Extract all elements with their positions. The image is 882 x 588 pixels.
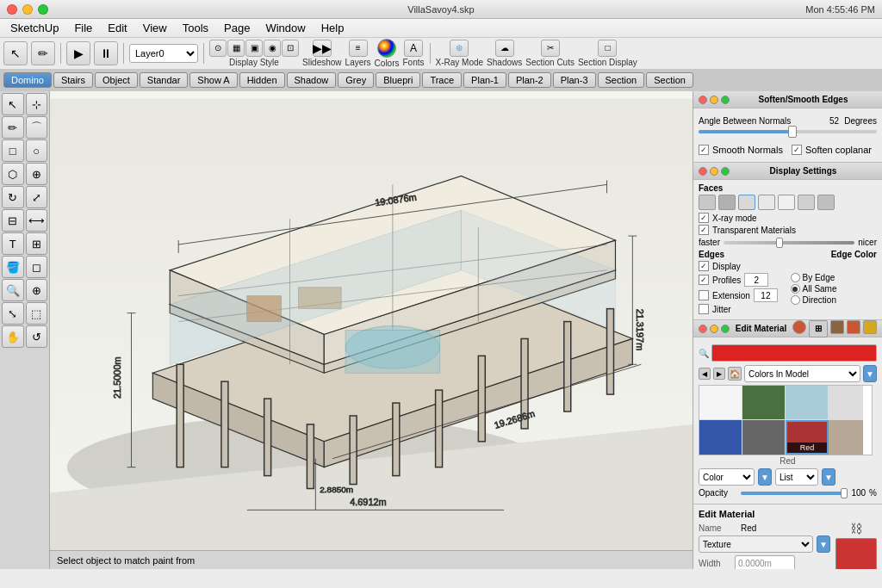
tab-bluepri[interactable]: Bluepri	[376, 72, 420, 88]
xray-checkbox[interactable]	[699, 213, 709, 223]
home-btn[interactable]: 🏠	[728, 367, 742, 381]
soften-coplanar-checkbox[interactable]	[792, 145, 802, 155]
swatch-gray-light[interactable]	[829, 386, 863, 420]
xray-btn[interactable]: ⊛	[450, 40, 469, 57]
swatch-blue[interactable]	[699, 420, 742, 455]
menu-page[interactable]: Page	[217, 20, 257, 36]
tab-hidden[interactable]: Hidden	[239, 72, 285, 88]
nav-forward[interactable]: ▶	[713, 368, 725, 380]
mat-circle-icon[interactable]	[792, 320, 806, 334]
section-display-col[interactable]: □ Section Display	[578, 40, 637, 68]
face-icon-1[interactable]	[699, 195, 716, 210]
all-same-radio[interactable]	[791, 284, 800, 294]
opacity-slider[interactable]	[741, 492, 848, 495]
ds-min-dot[interactable]	[710, 167, 718, 176]
tool-eraser[interactable]: ◻	[26, 256, 48, 278]
soften-max-dot[interactable]	[721, 96, 730, 104]
ds-close-dot[interactable]	[699, 167, 707, 176]
ds-max-dot[interactable]	[721, 167, 730, 176]
toolbar-pencil-tool[interactable]: ✏	[31, 41, 55, 65]
soften-close-dot[interactable]	[699, 96, 707, 104]
tool-lasso[interactable]: ⊹	[26, 93, 48, 115]
direction-radio[interactable]	[791, 295, 800, 305]
tab-section2[interactable]: Section	[646, 72, 693, 88]
swatch-white[interactable]	[699, 386, 742, 420]
em-max-dot[interactable]	[721, 325, 730, 333]
menu-sketchup[interactable]: SketchUp	[3, 20, 65, 36]
display-style-btn3[interactable]: ▣	[245, 40, 263, 57]
swatch-beige[interactable]	[829, 420, 863, 455]
face-icon-7[interactable]	[817, 195, 835, 210]
colors-btn[interactable]	[377, 39, 396, 58]
menu-help[interactable]: Help	[314, 20, 351, 36]
tab-plan1[interactable]: Plan-1	[463, 72, 506, 88]
tab-grey[interactable]: Grey	[338, 72, 374, 88]
em-width-input[interactable]	[735, 555, 795, 569]
tool-select[interactable]: ↖	[2, 93, 24, 115]
display-checkbox[interactable]	[699, 261, 709, 271]
shadows-col[interactable]: ☁ Shadows	[487, 40, 522, 68]
em-close-dot[interactable]	[699, 325, 707, 333]
nav-back[interactable]: ◀	[699, 368, 711, 380]
opacity-thumb[interactable]	[841, 488, 848, 498]
tab-showa[interactable]: Show A	[189, 72, 237, 88]
maximize-window-button[interactable]	[38, 4, 48, 15]
tool-scale[interactable]: ⤢	[26, 186, 48, 208]
tab-stairs[interactable]: Stairs	[53, 72, 93, 88]
swatch-green[interactable]	[742, 386, 786, 420]
tool-pencil[interactable]: ✏	[2, 116, 24, 139]
slider-thumb[interactable]	[788, 126, 797, 138]
xray-col[interactable]: ⊛ X-Ray Mode	[436, 40, 484, 68]
canvas-area[interactable]: 19.0876m 21.3197m 21.5000m 19.2686m 4.69	[50, 91, 693, 569]
tool-tape[interactable]: ⟷	[26, 209, 48, 232]
by-edge-radio[interactable]	[791, 273, 800, 282]
layer-select[interactable]: Layer0	[129, 44, 198, 63]
tab-shadow[interactable]: Shadow	[287, 72, 337, 88]
section-display-btn[interactable]: □	[598, 40, 617, 57]
shadows-btn[interactable]: ☁	[495, 40, 514, 57]
layers-btn[interactable]: ≡	[349, 40, 368, 57]
section-cuts-col[interactable]: ✂ Section Cuts	[525, 40, 575, 68]
tool-arc[interactable]: ⌒	[26, 116, 48, 139]
toolbar-arrow-tool[interactable]: ↖	[3, 41, 28, 65]
mat-red-icon[interactable]	[847, 320, 860, 334]
display-style-btn4[interactable]: ◉	[264, 40, 281, 57]
tool-zoom[interactable]: 🔍	[2, 279, 24, 301]
list-type-select[interactable]: List	[775, 468, 818, 486]
mat-brown-icon[interactable]	[830, 320, 844, 334]
tool-zoom-window[interactable]: ⊕	[26, 279, 48, 301]
tab-domino[interactable]: Domino	[3, 72, 52, 88]
texture-dropdown-arrow[interactable]: ▼	[817, 535, 830, 553]
menu-file[interactable]: File	[67, 20, 99, 36]
swatch-red[interactable]: Red	[786, 420, 829, 455]
tab-section1[interactable]: Section	[598, 72, 645, 88]
tool-paint[interactable]: 🪣	[2, 256, 24, 278]
mat-grid-icon[interactable]: ⊞	[809, 320, 828, 337]
quality-thumb[interactable]	[776, 238, 783, 248]
tool-zoom-ext[interactable]: ⤡	[2, 302, 24, 325]
close-window-button[interactable]	[7, 4, 17, 15]
display-style-btn5[interactable]: ⊡	[282, 40, 299, 57]
display-style-btn1[interactable]: ⊙	[209, 40, 227, 57]
colors-in-model-dropdown[interactable]: Colors In Model	[744, 365, 860, 382]
tab-plan3[interactable]: Plan-3	[553, 72, 596, 88]
swatch-blue-light[interactable]	[786, 386, 829, 420]
face-icon-2[interactable]	[718, 195, 736, 210]
tool-zoom-prev[interactable]: ⬚	[26, 302, 48, 325]
extension-checkbox[interactable]	[699, 290, 709, 300]
face-icon-6[interactable]	[798, 195, 815, 210]
tool-offset[interactable]: ⊟	[2, 209, 24, 232]
tool-orbit[interactable]: ↺	[26, 325, 48, 348]
tool-axes[interactable]: ⊞	[26, 232, 48, 255]
menu-view[interactable]: View	[136, 20, 174, 36]
tool-rect[interactable]: □	[2, 139, 24, 162]
tab-trace[interactable]: Trace	[422, 72, 462, 88]
display-style-col[interactable]: ⊙ ▦ ▣ ◉ ⊡ Display Style	[209, 40, 299, 68]
profiles-input[interactable]	[744, 273, 768, 287]
layers-col[interactable]: ≡ Layers	[345, 40, 371, 68]
tool-circle[interactable]: ○	[26, 139, 48, 162]
toolbar-play-btn[interactable]: ▶	[66, 41, 90, 65]
tool-push[interactable]: ⬡	[2, 163, 24, 185]
section-cuts-btn[interactable]: ✂	[541, 40, 560, 57]
menu-window[interactable]: Window	[258, 20, 312, 36]
